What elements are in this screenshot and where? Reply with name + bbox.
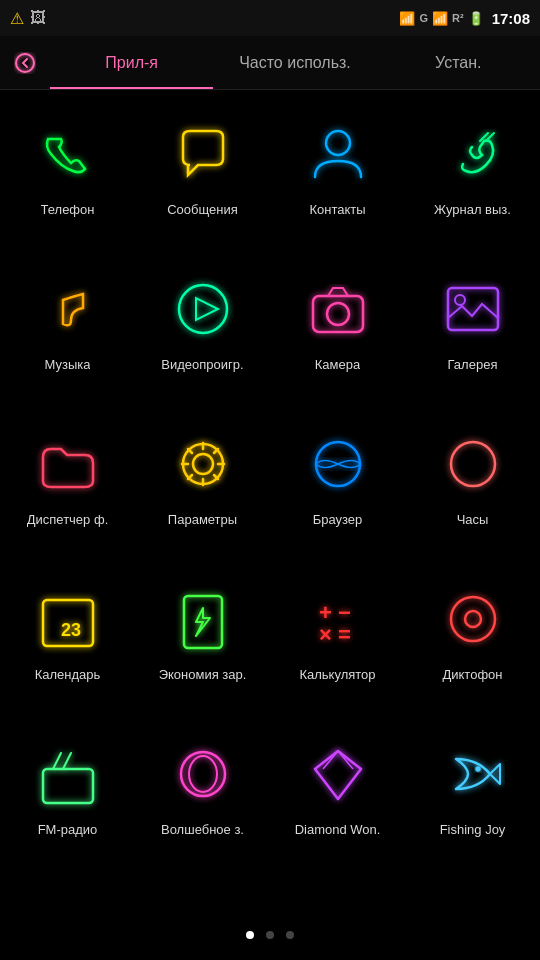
svg-point-1 xyxy=(326,131,350,155)
svg-point-29 xyxy=(181,752,225,796)
app-label-gallery: Галерея xyxy=(448,357,498,372)
mirror-icon xyxy=(163,734,243,814)
app-label-settings: Параметры xyxy=(168,512,237,527)
message-icon xyxy=(163,114,243,194)
app-item-calls[interactable]: Журнал выз. xyxy=(405,100,540,255)
video-icon xyxy=(163,269,243,349)
app-label-recorder: Диктофон xyxy=(442,667,502,682)
app-label-music: Музыка xyxy=(45,357,91,372)
app-label-clock: Часы xyxy=(457,512,489,527)
app-label-contact: Контакты xyxy=(309,202,365,217)
app-item-diamond[interactable]: Diamond Won. xyxy=(270,720,405,875)
svg-rect-6 xyxy=(448,288,498,330)
app-label-phone: Телефон xyxy=(41,202,95,217)
app-item-clock[interactable]: Часы xyxy=(405,410,540,565)
status-bar: ⚠ 🖼 📶 G 📶 R² 🔋 17:08 xyxy=(0,0,540,36)
app-item-radio[interactable]: FM-радио xyxy=(0,720,135,875)
phone-icon xyxy=(28,114,108,194)
contact-icon xyxy=(298,114,378,194)
app-label-battery_save: Экономия зар. xyxy=(159,667,247,682)
app-item-gallery[interactable]: Галерея xyxy=(405,255,540,410)
app-item-folder[interactable]: Диспетчер ф. xyxy=(0,410,135,565)
app-label-calendar: Календарь xyxy=(35,667,101,682)
app-label-video: Видеопроигр. xyxy=(161,357,243,372)
svg-point-5 xyxy=(327,303,349,325)
app-item-settings[interactable]: Параметры xyxy=(135,410,270,565)
tab-frequent[interactable]: Часто использ. xyxy=(213,36,376,89)
app-item-battery_save[interactable]: Экономия зар. xyxy=(135,565,270,720)
app-item-music[interactable]: Музыка xyxy=(0,255,135,410)
app-item-recorder[interactable]: Диктофон xyxy=(405,565,540,720)
svg-point-24 xyxy=(465,611,481,627)
image-icon: 🖼 xyxy=(30,9,46,27)
app-item-browser[interactable]: Браузер xyxy=(270,410,405,565)
battery_save-icon xyxy=(163,579,243,659)
svg-point-0 xyxy=(16,54,34,72)
app-item-fish[interactable]: Fishing Joy xyxy=(405,720,540,875)
svg-point-23 xyxy=(451,597,495,641)
browser-icon xyxy=(298,424,378,504)
svg-text:23: 23 xyxy=(61,620,81,640)
calculator-icon: + −× = xyxy=(298,579,378,659)
app-label-radio: FM-радио xyxy=(38,822,98,837)
battery-icon: 🔋 xyxy=(468,11,484,26)
app-label-mirror: Волшебное з. xyxy=(161,822,244,837)
signal-r-icon: R² xyxy=(452,12,464,24)
app-item-mirror[interactable]: Волшебное з. xyxy=(135,720,270,875)
app-label-message: Сообщения xyxy=(167,202,238,217)
app-item-camera[interactable]: Камера xyxy=(270,255,405,410)
svg-point-7 xyxy=(455,295,465,305)
dot-2 xyxy=(266,931,274,939)
app-item-calendar[interactable]: 23Календарь xyxy=(0,565,135,720)
svg-point-8 xyxy=(193,454,213,474)
dot-3 xyxy=(286,931,294,939)
svg-text:×  =: × = xyxy=(319,622,351,647)
calendar-icon: 23 xyxy=(28,579,108,659)
fish-icon xyxy=(433,734,513,814)
svg-marker-3 xyxy=(196,298,218,320)
tab-apps[interactable]: Прил-я xyxy=(50,36,213,89)
app-label-folder: Диспетчер ф. xyxy=(27,512,109,527)
app-label-camera: Камера xyxy=(315,357,360,372)
diamond-icon xyxy=(298,734,378,814)
svg-rect-4 xyxy=(313,296,363,332)
status-left-icons: ⚠ 🖼 xyxy=(10,9,46,28)
signal-g-icon: G xyxy=(419,12,428,24)
page-dots xyxy=(0,920,540,950)
wifi-icon: 📶 xyxy=(399,11,415,26)
settings-icon xyxy=(163,424,243,504)
app-label-calculator: Калькулятор xyxy=(299,667,375,682)
app-item-contact[interactable]: Контакты xyxy=(270,100,405,255)
radio-icon xyxy=(28,734,108,814)
tab-bar: Прил-я Часто использ. Устан. xyxy=(0,36,540,90)
svg-rect-25 xyxy=(43,769,93,803)
status-right-icons: 📶 G 📶 R² 🔋 17:08 xyxy=(399,10,530,27)
svg-point-30 xyxy=(189,756,217,792)
warning-icon: ⚠ xyxy=(10,9,24,28)
clock-time: 17:08 xyxy=(492,10,530,27)
dot-1 xyxy=(246,931,254,939)
svg-point-31 xyxy=(476,767,480,771)
signal-bars-icon: 📶 xyxy=(432,11,448,26)
recorder-icon xyxy=(433,579,513,659)
app-item-phone[interactable]: Телефон xyxy=(0,100,135,255)
gallery-icon xyxy=(433,269,513,349)
app-item-calculator[interactable]: + −× =Калькулятор xyxy=(270,565,405,720)
app-label-fish: Fishing Joy xyxy=(440,822,506,837)
app-label-calls: Журнал выз. xyxy=(434,202,511,217)
app-label-browser: Браузер xyxy=(313,512,363,527)
app-label-diamond: Diamond Won. xyxy=(295,822,381,837)
app-grid: ТелефонСообщенияКонтактыЖурнал выз.Музык… xyxy=(0,90,540,885)
tab-installed[interactable]: Устан. xyxy=(377,36,540,89)
app-item-video[interactable]: Видеопроигр. xyxy=(135,255,270,410)
app-item-message[interactable]: Сообщения xyxy=(135,100,270,255)
camera-icon xyxy=(298,269,378,349)
music-icon xyxy=(28,269,108,349)
calls-icon xyxy=(433,114,513,194)
back-button[interactable] xyxy=(0,36,50,89)
clock-icon xyxy=(433,424,513,504)
folder-icon xyxy=(28,424,108,504)
